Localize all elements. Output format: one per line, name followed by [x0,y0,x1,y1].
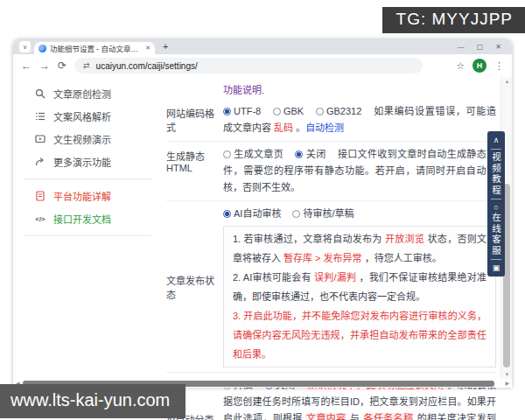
radio-gbk[interactable] [273,108,281,116]
sidebar-item-text-to-video[interactable]: 文生视频演示 [13,128,162,150]
widget-divider [491,149,501,150]
bookmark-star-icon[interactable]: ☆ [456,60,465,72]
floating-helper-widget: ∧ 视频教程 ○ 在线客服 ▣ [487,131,505,276]
tab-close-icon[interactable]: ✕ [145,45,150,52]
radio-utf8-label[interactable]: UTF-8 [234,106,261,116]
sidebar-item-label: 文生视频演示 [53,132,111,146]
widget-divider [491,199,501,200]
radio-ai-review[interactable] [223,210,231,218]
publish-note-1: 1. 若审核通过，文章将自动发布为 开放浏览 状态，否则文章将被存入 暂存库 >… [233,229,486,268]
tab-title: 功能细节设置 - 自动文章采集… [50,43,142,53]
publish-note-2: 2. AI审核可能会有 误判/漏判 ，我们不保证审核结果绝对准确，即使审核通过，… [233,268,486,306]
close-button[interactable]: ✕ [495,43,501,51]
browser-menu-icon[interactable]: ⋮ [494,60,504,72]
widget-divider [491,259,501,260]
row-label: 文章发布状态 [166,273,223,301]
row-encoding: 网站编码格式 UTF-8 GBK GB2312 如果编码设置错误，可能造成文章内… [166,99,496,141]
sidebar-item-style-analysis[interactable]: 文案风格解析 [13,105,162,128]
minimize-button[interactable]: — [458,43,465,51]
sidebar-item-more-demos[interactable]: 更多演示功能 [13,150,162,173]
sidebar-item-platform-features[interactable]: 平台功能详解 [13,185,162,207]
radio-generate-page-label[interactable]: 生成文章页 [234,149,284,159]
back-icon[interactable]: ← [21,60,32,72]
publish-note-3: 3. 开启此功能，并不能免除您对发布内容进行审核的义务，请确保内容无风险无违规，… [233,306,486,364]
profile-avatar[interactable]: H [472,59,486,73]
settings-form: 功能说明. 网站编码格式 UTF-8 GBK GB2312 如果编码设置错误，可… [162,77,512,379]
row-label: 生成静态HTML [166,146,223,196]
radio-static-off-label[interactable]: 关闭 [305,149,326,159]
address-bar[interactable]: ⇄ ucaiyun.com/caiji/settings/ [74,58,423,74]
row-static-html: 生成静态HTML 生成文章页 关闭 接口文件收到文章时自动生成静态文件，需要您的… [166,141,496,200]
row-publish-status: 文章发布状态 AI自动审核 待审核/草稿 1. 若审核通过，文章将自动发布为 开… [166,200,496,372]
site-info-icon[interactable]: ⇄ [83,61,90,70]
feature-help-link[interactable]: 功能说明. [223,80,264,99]
document-icon [35,191,46,201]
sidebar-item-originality-check[interactable]: 文章原创检测 [13,82,162,105]
tab-strip: ∨ 功能细节设置 - 自动文章采集… ✕ + — ▢ ✕ [13,39,512,54]
collapse-chevron-icon[interactable]: ∧ [494,134,500,146]
sidebar: 文章原创检测 文案风格解析 文生视频演示 更多演示功能 平台功能详解 [13,77,162,379]
online-service-button[interactable]: 在线客服 [487,213,505,256]
qr-code-icon[interactable]: ▣ [493,262,500,273]
scroll-right-icon[interactable]: ▶ [505,379,509,388]
browser-toolbar: ← → ⟳ ⇄ ucaiyun.com/caiji/settings/ ☆ H … [13,54,512,77]
reload-icon[interactable]: ⟳ [58,60,66,72]
radio-gb2312-label[interactable]: GB2312 [326,106,361,116]
sidebar-item-label: 平台功能详解 [53,189,111,203]
radio-gbk-label[interactable]: GBK [284,106,304,116]
sidebar-item-label: 文案风格解析 [53,109,111,123]
site-favicon-icon [38,45,46,52]
forward-icon[interactable]: → [39,60,50,72]
service-icon: ○ [494,202,498,213]
screenshot-stage: TG: MYYJJPP ∨ 功能细节设置 - 自动文章采集… ✕ + — ▢ ✕… [0,0,525,420]
publish-notes-box: 1. 若审核通过，文章将自动发布为 开放浏览 状态，否则文章将被存入 暂存库 >… [223,226,496,368]
row-label: 网站编码格式 [166,103,223,136]
share-arrow-icon [35,157,46,167]
sidebar-divider [24,235,151,236]
radio-gb2312[interactable] [316,108,324,116]
video-tutorial-button[interactable]: 视频教程 [487,152,505,196]
list-icon [35,111,46,122]
radio-pending-draft[interactable] [292,210,300,218]
tg-watermark: TG: MYYJJPP [382,7,525,33]
sidebar-item-label: 文章原创检测 [53,87,111,101]
radio-static-off[interactable] [295,150,303,158]
sidebar-divider [24,178,151,179]
code-icon: </> [35,215,46,223]
scroll-down-icon[interactable]: ▼ [501,372,513,377]
sidebar-item-label: 接口开发文档 [53,212,111,226]
sidebar-item-label: 更多演示功能 [53,155,111,169]
tab-search-chevron-icon[interactable]: ∨ [19,41,31,52]
maximize-button[interactable]: ▢ [477,43,484,51]
url-text: ucaiyun.com/caiji/settings/ [96,61,198,71]
search-icon [35,88,46,99]
browser-window: ∨ 功能细节设置 - 自动文章采集… ✕ + — ▢ ✕ ← → ⟳ ⇄ uca… [13,39,512,388]
browser-tab[interactable]: 功能细节设置 - 自动文章采集… ✕ [34,42,155,54]
scroll-up-icon[interactable]: ▲ [501,79,513,84]
radio-ai-review-label[interactable]: AI自动审核 [234,208,281,219]
site-watermark: www.lts-kai-yun.com [0,384,186,418]
sidebar-item-api-docs[interactable]: </> 接口开发文档 [13,207,162,230]
new-tab-button[interactable]: + [163,41,168,52]
page-content: 文章原创检测 文案风格解析 文生视频演示 更多演示功能 平台功能详解 [13,77,512,379]
radio-pending-draft-label[interactable]: 待审核/草稿 [303,208,354,219]
video-icon [35,134,46,144]
radio-utf8[interactable] [223,108,231,116]
radio-generate-page[interactable] [223,150,231,158]
